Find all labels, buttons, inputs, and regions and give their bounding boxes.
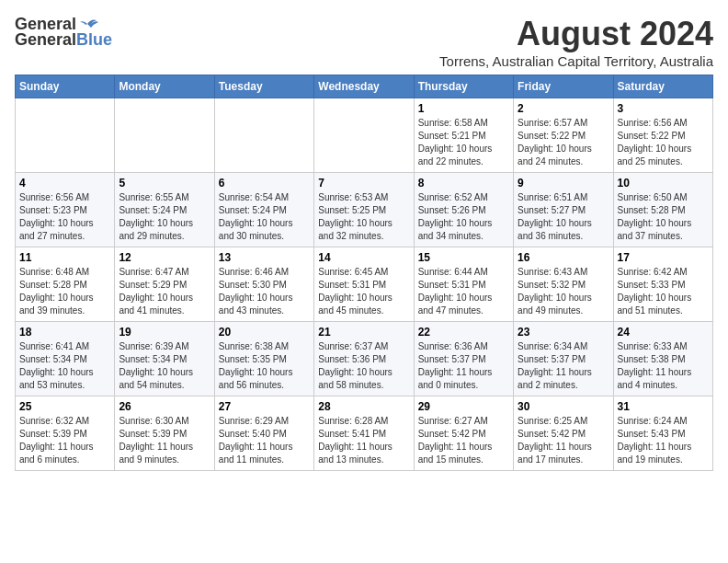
- day-info: Sunrise: 6:48 AMSunset: 5:28 PMDaylight:…: [19, 266, 110, 317]
- logo-bird-icon: [78, 17, 98, 31]
- calendar-cell: 24Sunrise: 6:33 AMSunset: 5:38 PMDayligh…: [613, 322, 712, 396]
- day-info: Sunrise: 6:36 AMSunset: 5:37 PMDaylight:…: [418, 340, 509, 392]
- calendar-cell: 11Sunrise: 6:48 AMSunset: 5:28 PMDayligh…: [16, 247, 115, 322]
- day-info: Sunrise: 6:56 AMSunset: 5:23 PMDaylight:…: [19, 191, 110, 243]
- day-info: Sunrise: 6:33 AMSunset: 5:38 PMDaylight:…: [618, 340, 709, 392]
- day-number: 14: [318, 251, 409, 264]
- day-number: 10: [618, 177, 709, 190]
- calendar-cell: 30Sunrise: 6:25 AMSunset: 5:42 PMDayligh…: [514, 396, 613, 471]
- day-info: Sunrise: 6:29 AMSunset: 5:40 PMDaylight:…: [219, 415, 310, 466]
- day-number: 4: [19, 177, 110, 190]
- calendar-week-3: 11Sunrise: 6:48 AMSunset: 5:28 PMDayligh…: [16, 247, 713, 322]
- day-number: 31: [618, 400, 709, 413]
- calendar-cell: 15Sunrise: 6:44 AMSunset: 5:31 PMDayligh…: [414, 247, 513, 322]
- calendar-cell: 14Sunrise: 6:45 AMSunset: 5:31 PMDayligh…: [314, 247, 414, 322]
- calendar-cell: 3Sunrise: 6:56 AMSunset: 5:22 PMDaylight…: [613, 98, 712, 173]
- day-info: Sunrise: 6:32 AMSunset: 5:39 PMDaylight:…: [19, 415, 110, 466]
- day-number: 23: [518, 326, 609, 339]
- calendar-cell: [314, 98, 414, 173]
- calendar-cell: [214, 98, 313, 173]
- day-number: 2: [518, 102, 609, 115]
- day-info: Sunrise: 6:37 AMSunset: 5:36 PMDaylight:…: [318, 340, 409, 392]
- calendar-cell: [115, 98, 214, 173]
- day-info: Sunrise: 6:44 AMSunset: 5:31 PMDaylight:…: [418, 266, 509, 317]
- day-number: 9: [518, 177, 609, 190]
- calendar-cell: 27Sunrise: 6:29 AMSunset: 5:40 PMDayligh…: [214, 396, 313, 471]
- weekday-header-friday: Friday: [514, 75, 613, 98]
- calendar-cell: 28Sunrise: 6:28 AMSunset: 5:41 PMDayligh…: [314, 396, 414, 471]
- calendar-cell: 7Sunrise: 6:53 AMSunset: 5:25 PMDaylight…: [314, 173, 414, 247]
- day-number: 7: [318, 177, 409, 190]
- day-info: Sunrise: 6:43 AMSunset: 5:32 PMDaylight:…: [518, 266, 609, 317]
- calendar-cell: 18Sunrise: 6:41 AMSunset: 5:34 PMDayligh…: [16, 322, 115, 396]
- day-info: Sunrise: 6:52 AMSunset: 5:26 PMDaylight:…: [418, 191, 509, 243]
- subtitle: Torrens, Australian Capital Territory, A…: [439, 53, 713, 69]
- day-number: 13: [219, 251, 310, 264]
- calendar-cell: 1Sunrise: 6:58 AMSunset: 5:21 PMDaylight…: [414, 98, 513, 173]
- calendar-cell: 17Sunrise: 6:42 AMSunset: 5:33 PMDayligh…: [613, 247, 712, 322]
- calendar-cell: 5Sunrise: 6:55 AMSunset: 5:24 PMDaylight…: [115, 173, 214, 247]
- day-number: 12: [119, 251, 210, 264]
- day-info: Sunrise: 6:56 AMSunset: 5:22 PMDaylight:…: [618, 117, 709, 168]
- day-number: 24: [618, 326, 709, 339]
- weekday-header-tuesday: Tuesday: [214, 75, 313, 98]
- calendar-cell: 6Sunrise: 6:54 AMSunset: 5:24 PMDaylight…: [214, 173, 313, 247]
- calendar-week-1: 1Sunrise: 6:58 AMSunset: 5:21 PMDaylight…: [16, 98, 713, 173]
- calendar-cell: 31Sunrise: 6:24 AMSunset: 5:43 PMDayligh…: [613, 396, 712, 471]
- calendar-week-5: 25Sunrise: 6:32 AMSunset: 5:39 PMDayligh…: [16, 396, 713, 471]
- calendar-cell: 2Sunrise: 6:57 AMSunset: 5:22 PMDaylight…: [514, 98, 613, 173]
- calendar-cell: 22Sunrise: 6:36 AMSunset: 5:37 PMDayligh…: [414, 322, 513, 396]
- calendar-cell: 9Sunrise: 6:51 AMSunset: 5:27 PMDaylight…: [514, 173, 613, 247]
- day-info: Sunrise: 6:57 AMSunset: 5:22 PMDaylight:…: [518, 117, 609, 168]
- day-number: 30: [518, 400, 609, 413]
- day-info: Sunrise: 6:47 AMSunset: 5:29 PMDaylight:…: [119, 266, 210, 317]
- day-info: Sunrise: 6:24 AMSunset: 5:43 PMDaylight:…: [618, 415, 709, 466]
- day-number: 29: [418, 400, 509, 413]
- calendar-cell: 12Sunrise: 6:47 AMSunset: 5:29 PMDayligh…: [115, 247, 214, 322]
- weekday-header-thursday: Thursday: [414, 75, 513, 98]
- day-info: Sunrise: 6:27 AMSunset: 5:42 PMDaylight:…: [418, 415, 509, 466]
- calendar-cell: 20Sunrise: 6:38 AMSunset: 5:35 PMDayligh…: [214, 322, 313, 396]
- main-title: August 2024: [439, 15, 713, 53]
- day-number: 26: [119, 400, 210, 413]
- day-info: Sunrise: 6:54 AMSunset: 5:24 PMDaylight:…: [219, 191, 310, 243]
- weekday-header-wednesday: Wednesday: [314, 75, 414, 98]
- day-number: 20: [219, 326, 310, 339]
- day-info: Sunrise: 6:45 AMSunset: 5:31 PMDaylight:…: [318, 266, 409, 317]
- day-number: 11: [19, 251, 110, 264]
- day-info: Sunrise: 6:39 AMSunset: 5:34 PMDaylight:…: [119, 340, 210, 392]
- calendar-cell: 23Sunrise: 6:34 AMSunset: 5:37 PMDayligh…: [514, 322, 613, 396]
- day-number: 27: [219, 400, 310, 413]
- logo-text-blue: Blue: [76, 30, 112, 49]
- day-number: 18: [19, 326, 110, 339]
- weekday-header-row: SundayMondayTuesdayWednesdayThursdayFrid…: [16, 75, 713, 98]
- day-number: 16: [518, 251, 609, 264]
- calendar-cell: [16, 98, 115, 173]
- day-info: Sunrise: 6:50 AMSunset: 5:28 PMDaylight:…: [618, 191, 709, 243]
- weekday-header-saturday: Saturday: [613, 75, 712, 98]
- day-number: 6: [219, 177, 310, 190]
- day-info: Sunrise: 6:38 AMSunset: 5:35 PMDaylight:…: [219, 340, 310, 392]
- calendar-cell: 26Sunrise: 6:30 AMSunset: 5:39 PMDayligh…: [115, 396, 214, 471]
- day-number: 21: [318, 326, 409, 339]
- day-info: Sunrise: 6:51 AMSunset: 5:27 PMDaylight:…: [518, 191, 609, 243]
- page-header: General GeneralBlue August 2024 Torrens,…: [15, 15, 713, 69]
- day-number: 3: [618, 102, 709, 115]
- calendar-cell: 16Sunrise: 6:43 AMSunset: 5:32 PMDayligh…: [514, 247, 613, 322]
- calendar-week-2: 4Sunrise: 6:56 AMSunset: 5:23 PMDaylight…: [16, 173, 713, 247]
- logo: General GeneralBlue: [15, 15, 112, 50]
- day-number: 15: [418, 251, 509, 264]
- day-info: Sunrise: 6:53 AMSunset: 5:25 PMDaylight:…: [318, 191, 409, 243]
- calendar-cell: 21Sunrise: 6:37 AMSunset: 5:36 PMDayligh…: [314, 322, 414, 396]
- day-number: 22: [418, 326, 509, 339]
- calendar-cell: 8Sunrise: 6:52 AMSunset: 5:26 PMDaylight…: [414, 173, 513, 247]
- calendar-cell: 10Sunrise: 6:50 AMSunset: 5:28 PMDayligh…: [613, 173, 712, 247]
- day-number: 28: [318, 400, 409, 413]
- calendar-week-4: 18Sunrise: 6:41 AMSunset: 5:34 PMDayligh…: [16, 322, 713, 396]
- day-number: 25: [19, 400, 110, 413]
- day-number: 17: [618, 251, 709, 264]
- day-number: 19: [119, 326, 210, 339]
- day-number: 1: [418, 102, 509, 115]
- calendar-cell: 19Sunrise: 6:39 AMSunset: 5:34 PMDayligh…: [115, 322, 214, 396]
- day-info: Sunrise: 6:25 AMSunset: 5:42 PMDaylight:…: [518, 415, 609, 466]
